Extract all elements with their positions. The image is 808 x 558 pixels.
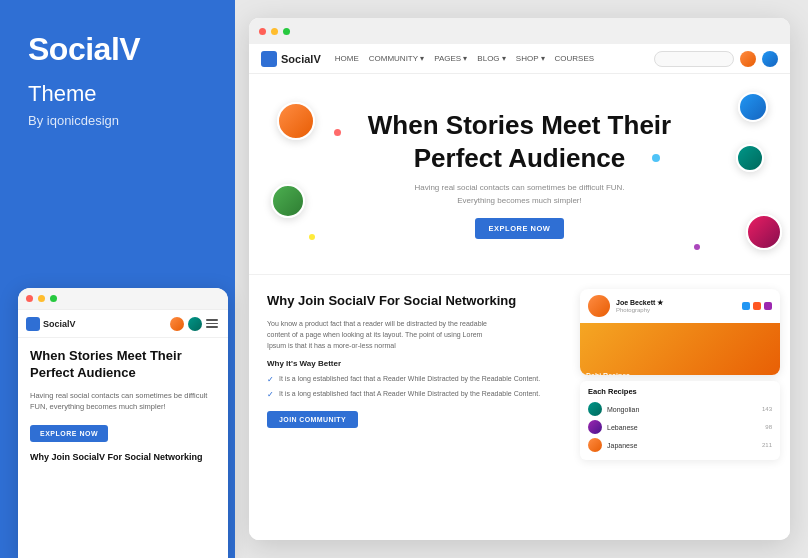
recipe-item-1: Mongolian 143 xyxy=(588,400,772,418)
mobile-avatar-2 xyxy=(188,317,202,331)
browser-dot-yellow xyxy=(271,28,278,35)
card-action-red[interactable] xyxy=(753,302,761,310)
recipe-list-title: Each Recipes xyxy=(588,387,772,396)
browser-hero: When Stories Meet TheirPerfect Audience … xyxy=(249,74,790,540)
browser-logo-text: SocialV xyxy=(281,53,321,65)
mobile-bar xyxy=(18,288,228,310)
nav-link-pages[interactable]: PAGES ▾ xyxy=(434,54,467,63)
card-food-image: Dahi Recipes xyxy=(580,323,780,375)
mobile-logo-text: SocialV xyxy=(43,319,76,329)
bottom-left-content: Why Join SocialV For Social Networking Y… xyxy=(249,275,570,474)
card-action-purple[interactable] xyxy=(764,302,772,310)
browser-logo: SocialV xyxy=(261,51,321,67)
mobile-explore-button[interactable]: EXPLORE NOW xyxy=(30,425,108,442)
recipe-dot-2 xyxy=(588,420,602,434)
right-panel: SocialV HOME COMMUNITY ▾ PAGES ▾ BLOG ▾ … xyxy=(235,0,808,558)
why-subtitle: Why It's Way Better xyxy=(267,359,552,368)
nav-link-community[interactable]: COMMUNITY ▾ xyxy=(369,54,424,63)
card-header: Joe Beckett ★ Photography xyxy=(580,289,780,323)
recipe-name-2: Lebanese xyxy=(607,424,638,431)
browser-dot-green xyxy=(283,28,290,35)
mobile-section-title: Why Join SocialV For Social Networking xyxy=(30,452,216,464)
card-image-overlay: Dahi Recipes xyxy=(586,372,630,375)
browser-search-box[interactable] xyxy=(654,51,734,67)
deco-dot-4 xyxy=(694,244,700,250)
card-info: Joe Beckett ★ Photography xyxy=(616,299,736,313)
hero-section: When Stories Meet TheirPerfect Audience … xyxy=(249,74,790,274)
recipe-dot-1 xyxy=(588,402,602,416)
left-panel: SocialV Theme By iqonicdesign SocialV xyxy=(0,0,235,558)
nav-avatar-2 xyxy=(762,51,778,67)
mobile-logo-icon xyxy=(26,317,40,331)
card-action-blue[interactable] xyxy=(742,302,750,310)
browser-nav: SocialV HOME COMMUNITY ▾ PAGES ▾ BLOG ▾ … xyxy=(249,44,790,74)
mobile-subtext: Having real social contacts can sometime… xyxy=(30,390,216,413)
browser-logo-icon xyxy=(261,51,277,67)
mobile-preview-card: SocialV When Stories Meet Their Perfect … xyxy=(18,288,228,558)
recipe-item-3: Japanese 211 xyxy=(588,436,772,454)
mobile-nav-icons xyxy=(170,317,220,331)
recipe-item-2: Lebanese 98 xyxy=(588,418,772,436)
theme-label: Theme xyxy=(28,81,207,107)
dot-green-mobile xyxy=(50,295,57,302)
nav-avatar-1 xyxy=(740,51,756,67)
browser-bottom-section: Why Join SocialV For Social Networking Y… xyxy=(249,274,790,474)
bottom-section-title: Why Join SocialV For Social Networking xyxy=(267,293,552,310)
check-text-2: It is a long established fact that A Rea… xyxy=(279,389,540,400)
nav-link-blog[interactable]: BLOG ▾ xyxy=(477,54,505,63)
card-image-text: Dahi Recipes xyxy=(586,372,630,375)
float-avatar-3 xyxy=(738,92,768,122)
recipe-name-3: Japanese xyxy=(607,442,637,449)
recipe-dot-3 xyxy=(588,438,602,452)
hero-explore-button[interactable]: EXPLORE NOW xyxy=(475,218,565,239)
by-label: By iqonicdesign xyxy=(28,113,207,128)
check-item-2: ✓ It is a long established fact that A R… xyxy=(267,389,552,400)
recipe-list: Each Recipes Mongolian 143 Lebanese 98 xyxy=(580,381,780,460)
float-avatar-5 xyxy=(746,214,782,250)
check-icon-2: ✓ xyxy=(267,390,274,399)
recipe-count-1: 143 xyxy=(762,406,772,412)
mobile-nav: SocialV xyxy=(18,310,228,338)
browser-nav-links: HOME COMMUNITY ▾ PAGES ▾ BLOG ▾ SHOP ▾ C… xyxy=(335,54,594,63)
hero-headline: When Stories Meet TheirPerfect Audience xyxy=(368,109,671,174)
bottom-subtext: You know a product fact that a reader wi… xyxy=(267,318,487,352)
recipe-card: Joe Beckett ★ Photography Dahi xyxy=(580,289,780,375)
check-item-1: ✓ It is a long established fact that a R… xyxy=(267,374,552,385)
hero-subtext: Having real social contacts can sometime… xyxy=(410,182,630,208)
recipe-count-2: 98 xyxy=(765,424,772,430)
browser-window: SocialV HOME COMMUNITY ▾ PAGES ▾ BLOG ▾ … xyxy=(249,18,790,540)
browser-bar xyxy=(249,18,790,44)
card-name: Joe Beckett ★ xyxy=(616,299,736,307)
check-icon-1: ✓ xyxy=(267,375,274,384)
float-avatar-1 xyxy=(277,102,315,140)
deco-dot-2 xyxy=(309,234,315,240)
mobile-content: When Stories Meet Their Perfect Audience… xyxy=(18,338,228,474)
mobile-headline: When Stories Meet Their Perfect Audience xyxy=(30,348,216,382)
bottom-right-content: Joe Beckett ★ Photography Dahi xyxy=(570,275,790,474)
dot-yellow xyxy=(38,295,45,302)
mobile-menu-icon[interactable] xyxy=(206,317,220,331)
card-actions xyxy=(742,302,772,310)
check-text-1: It is a long established fact that a Rea… xyxy=(279,374,540,385)
browser-dot-red xyxy=(259,28,266,35)
float-avatar-4 xyxy=(736,144,764,172)
nav-link-home[interactable]: HOME xyxy=(335,54,359,63)
nav-link-courses[interactable]: COURSES xyxy=(555,54,595,63)
dot-red xyxy=(26,295,33,302)
recipe-count-3: 211 xyxy=(762,442,772,448)
deco-dot-3 xyxy=(652,154,660,162)
brand-title: SocialV xyxy=(28,32,207,67)
float-avatar-2 xyxy=(271,184,305,218)
recipe-name-1: Mongolian xyxy=(607,406,639,413)
nav-link-shop[interactable]: SHOP ▾ xyxy=(516,54,545,63)
join-community-button[interactable]: JOIN COMMUNITY xyxy=(267,411,358,428)
browser-nav-right xyxy=(654,51,778,67)
deco-dot-1 xyxy=(334,129,341,136)
mobile-avatar-1 xyxy=(170,317,184,331)
card-avatar xyxy=(588,295,610,317)
card-meta: Photography xyxy=(616,307,736,313)
mobile-logo: SocialV xyxy=(26,317,76,331)
